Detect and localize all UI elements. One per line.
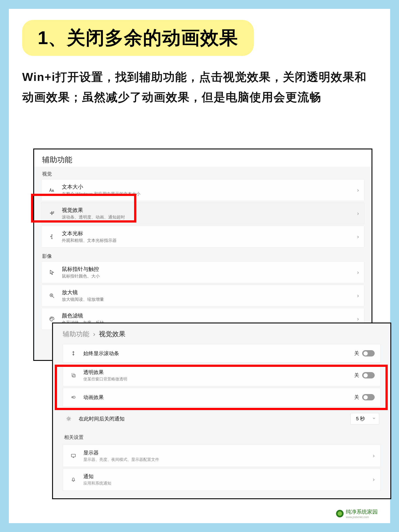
related-settings-label: 相关设置 bbox=[53, 428, 390, 443]
svg-rect-9 bbox=[71, 454, 75, 457]
toggle-state: 关 bbox=[354, 394, 359, 400]
watermark-url: www.jndxmkt.com bbox=[346, 515, 378, 519]
nav-item-display[interactable]: 显示器 显示器、亮度、夜间模式、显示器配置文件 › bbox=[63, 445, 381, 467]
nav-item-mouse-pointer[interactable]: 鼠标指针与触控 鼠标指针颜色、大小 › bbox=[41, 261, 364, 283]
toggle-switch[interactable] bbox=[362, 372, 375, 378]
chevron-right-icon: › bbox=[357, 293, 359, 299]
item-title: 文本大小 bbox=[62, 183, 354, 190]
item-subtitle: 滚动条、透明度、动画、通知超时 bbox=[62, 214, 354, 220]
row-title: 显示器 bbox=[83, 449, 370, 456]
svg-rect-5 bbox=[73, 375, 75, 377]
toggle-state: 关 bbox=[354, 350, 359, 357]
row-title: 动画效果 bbox=[83, 394, 354, 401]
toggle-row-transparency[interactable]: 透明效果 使某些窗口背景略微透明 关 bbox=[63, 364, 381, 386]
svg-point-8 bbox=[68, 418, 70, 420]
watermark: 纯净系统家园 www.jndxmkt.com bbox=[336, 508, 378, 519]
description-text: Win+i打开设置，找到辅助功能，点击视觉效果，关闭透明效果和动画效果；虽然减少… bbox=[22, 67, 377, 107]
section-label-visual: 视觉 bbox=[34, 167, 372, 179]
item-subtitle: 放大镜阅读、缩放增量 bbox=[62, 297, 354, 302]
animation-icon bbox=[69, 393, 78, 402]
row-subtitle: 显示器、亮度、夜间模式、显示器配置文件 bbox=[83, 457, 370, 462]
toggle-row-animation[interactable]: 动画效果 关 bbox=[63, 388, 381, 406]
panel-title: 辅助功能 bbox=[34, 149, 372, 167]
item-title: 放大镜 bbox=[62, 289, 354, 296]
text-size-icon bbox=[47, 185, 57, 195]
watermark-logo-icon bbox=[336, 510, 344, 517]
row-title: 透明效果 bbox=[83, 369, 354, 376]
breadcrumb: 辅助功能 › 视觉效果 bbox=[53, 323, 390, 342]
chevron-right-icon: › bbox=[357, 269, 359, 276]
row-subtitle: 应用和系统通知 bbox=[83, 481, 370, 486]
breadcrumb-current: 视觉效果 bbox=[99, 330, 126, 338]
item-title: 鼠标指针与触控 bbox=[62, 266, 354, 273]
monitor-icon bbox=[69, 451, 78, 460]
svg-point-1 bbox=[50, 318, 51, 319]
nav-item-notifications[interactable]: 通知 应用和系统通知 › bbox=[63, 468, 381, 491]
item-subtitle: 外观和粗细、文本光标指示器 bbox=[62, 238, 354, 243]
svg-point-2 bbox=[51, 317, 52, 318]
svg-point-3 bbox=[52, 318, 53, 318]
toggle-row-scrollbars[interactable]: 始终显示滚动条 关 bbox=[63, 344, 381, 363]
pointer-icon bbox=[47, 267, 57, 278]
svg-rect-4 bbox=[72, 374, 74, 376]
breadcrumb-parent[interactable]: 辅助功能 bbox=[63, 330, 89, 338]
nav-item-text-size[interactable]: 文本大小 在整个 Windows 和应用中显示的文本大小 › bbox=[41, 179, 364, 201]
item-title: 颜色滤镜 bbox=[62, 312, 354, 319]
toggle-switch[interactable] bbox=[362, 394, 375, 400]
chevron-right-icon: › bbox=[357, 210, 359, 216]
row-title: 在此时间后关闭通知 bbox=[79, 415, 350, 422]
row-title: 通知 bbox=[83, 473, 370, 480]
nav-item-visual-effects[interactable]: 视觉效果 滚动条、透明度、动画、通知超时 › bbox=[41, 202, 364, 224]
chevron-right-icon: › bbox=[373, 476, 375, 482]
nav-item-text-cursor[interactable]: 文本光标 外观和粗细、文本光标指示器 › bbox=[41, 226, 364, 248]
toggle-state: 关 bbox=[354, 372, 359, 379]
text-cursor-icon bbox=[47, 232, 57, 242]
timeout-dropdown[interactable]: 5 秒 bbox=[350, 413, 379, 424]
section-label-image: 影像 bbox=[34, 249, 372, 261]
item-subtitle: 鼠标指针颜色、大小 bbox=[62, 273, 354, 279]
title-text: 关闭多余的动画效果 bbox=[67, 27, 238, 48]
item-subtitle: 在整个 Windows 和应用中显示的文本大小 bbox=[62, 191, 354, 197]
item-title: 视觉效果 bbox=[62, 207, 354, 214]
chevron-right-icon: › bbox=[357, 187, 359, 193]
chevron-right-icon: › bbox=[357, 234, 359, 240]
page-title-band: 1、关闭多余的动画效果 bbox=[22, 20, 254, 56]
watermark-text: 纯净系统家园 bbox=[346, 509, 378, 515]
transparency-icon bbox=[69, 371, 78, 380]
item-title: 文本光标 bbox=[62, 230, 354, 237]
sparkle-icon bbox=[47, 208, 57, 219]
bell-icon bbox=[69, 475, 78, 484]
breadcrumb-sep-icon: › bbox=[93, 330, 95, 338]
chevron-right-icon: › bbox=[357, 316, 359, 322]
row-title: 始终显示滚动条 bbox=[83, 350, 354, 357]
row-notification-timeout: 在此时间后关闭通知 5 秒 bbox=[63, 408, 381, 427]
visual-effects-panel: 辅助功能 › 视觉效果 始终显示滚动条 关 透明效果 使某些窗口背景略微透明 关 bbox=[52, 323, 391, 499]
title-number: 1、 bbox=[38, 27, 67, 48]
nav-item-magnifier[interactable]: 放大镜 放大镜阅读、缩放增量 › bbox=[41, 285, 364, 307]
row-subtitle: 使某些窗口背景略微透明 bbox=[83, 376, 354, 382]
chevron-right-icon: › bbox=[373, 453, 375, 459]
scrollbar-icon bbox=[69, 349, 78, 358]
magnifier-icon bbox=[47, 291, 57, 301]
toggle-switch[interactable] bbox=[362, 350, 375, 356]
brightness-icon bbox=[64, 414, 73, 423]
